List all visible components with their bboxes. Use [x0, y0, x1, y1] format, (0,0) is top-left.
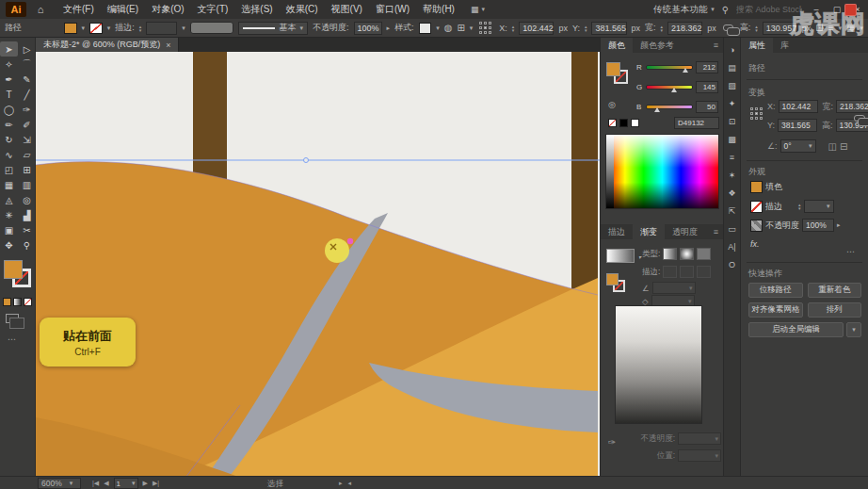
global-edit-button[interactable]: 启动全局编辑 [748, 322, 844, 337]
none-mode-button[interactable] [24, 298, 32, 306]
eyedropper-tool[interactable]: ◬ [0, 192, 18, 207]
pathfinder-panel-icon[interactable]: ▩ [728, 135, 736, 144]
chevron-down-icon[interactable]: ▾ [107, 24, 111, 32]
linear-gradient-button[interactable] [663, 248, 677, 260]
curvature-tool[interactable]: ✎ [18, 72, 36, 87]
fill-stroke-indicator[interactable] [2, 260, 34, 292]
direct-selection-tool[interactable]: ▷ [18, 41, 36, 57]
home-icon[interactable]: ⌂ [32, 4, 49, 15]
fill-swatch[interactable] [4, 260, 23, 279]
layers-panel-icon[interactable]: ❖ [728, 188, 735, 198]
lasso-tool[interactable]: ⌒ [18, 57, 36, 72]
previous-artboard-button[interactable]: ◀ [104, 480, 108, 487]
gradient-fill-stroke[interactable] [606, 273, 631, 298]
zoom-level-dropdown[interactable]: 600% ▾ [38, 478, 81, 489]
flip-vertical-icon[interactable]: ⊟ [840, 141, 847, 152]
menu-file[interactable]: 文件(F) [56, 0, 101, 19]
stroke-within-button[interactable] [663, 266, 677, 278]
y-field[interactable]: 381.565 [591, 22, 626, 35]
workspace-switcher[interactable]: 传统基本功能 ▾ [653, 4, 715, 16]
angle-field[interactable]: 0°▾ [780, 139, 816, 153]
fx-button[interactable]: fx. [750, 239, 760, 249]
opacity-field[interactable]: 100% [354, 22, 382, 35]
window-close-button[interactable]: × [851, 5, 864, 14]
align-pixel-grid-button[interactable]: 对齐像素网格 [748, 302, 803, 318]
transform-icon[interactable]: ⊡ [815, 23, 823, 33]
swatches-panel-icon[interactable]: ▤ [728, 63, 736, 73]
freeform-gradient-button[interactable] [697, 248, 711, 260]
width-tool[interactable]: ∿ [0, 147, 18, 162]
next-artboard-button[interactable]: ▶ [143, 480, 148, 487]
tab-color[interactable]: 颜色 [601, 38, 633, 53]
arrange-button[interactable]: 排列 [808, 302, 862, 318]
align-panel-icon[interactable]: ≡ [730, 153, 734, 162]
b-value-field[interactable]: 50 [696, 101, 718, 113]
color-panel-swatches[interactable] [606, 62, 635, 90]
stroke-weight-field[interactable] [146, 22, 177, 35]
gradient-opacity-field[interactable]: ▾ [678, 432, 721, 445]
perspective-grid-tool[interactable]: ⊞ [18, 162, 36, 177]
blend-tool[interactable]: ◎ [18, 192, 36, 207]
window-minimize-button[interactable]: – [810, 5, 823, 14]
shaper-tool[interactable]: ✐ [18, 117, 36, 132]
tab-color-guide[interactable]: 颜色参考 [633, 38, 682, 53]
rotate-tool[interactable]: ↻ [0, 132, 18, 147]
adobe-stock-search-label[interactable]: 搜索 Adobe Stock [736, 4, 802, 16]
opacity-panel-arrow[interactable]: ▸ [837, 221, 841, 229]
search-icon[interactable]: ⚲ [722, 5, 729, 15]
chevron-down-icon[interactable]: ▾ [182, 24, 185, 32]
gradient-preview[interactable] [615, 305, 702, 424]
column-graph-tool[interactable]: ▟ [18, 207, 36, 222]
gradient-tool[interactable]: ▥ [18, 177, 36, 192]
scale-tool[interactable]: ⇲ [18, 132, 36, 147]
pen-tool[interactable]: ✒ [0, 72, 18, 87]
grayscale-ramp[interactable] [606, 135, 614, 208]
shape-tool[interactable]: ◯ [0, 102, 18, 117]
brush-definition-dropdown[interactable] [190, 22, 234, 34]
transform-panel-icon[interactable]: ⊡ [729, 117, 736, 126]
color-panel-icon[interactable]: ◑ [730, 45, 734, 55]
recolor-artwork-icon[interactable]: ◍ [444, 23, 453, 33]
color-spectrum[interactable] [605, 134, 719, 209]
tab-gradient[interactable]: 渐变 [633, 224, 665, 239]
artboard-canvas[interactable]: 贴在前面 Ctrl+F [36, 52, 600, 476]
gradient-thumbnail[interactable]: ▾ [606, 249, 635, 263]
height-field[interactable]: 130.957 [763, 22, 797, 35]
tab-close-icon[interactable]: × [166, 41, 170, 50]
stroke-swatch[interactable] [750, 201, 763, 213]
gradient-mode-button[interactable] [13, 298, 22, 306]
pencil-tool[interactable]: ✏ [0, 117, 18, 132]
menu-edit[interactable]: 编辑(E) [101, 0, 145, 19]
y-field[interactable]: 381.565 [778, 119, 817, 132]
chevron-down-icon[interactable]: ▾ [436, 24, 440, 32]
white-swatch[interactable] [631, 119, 639, 127]
opacity-panel-arrow[interactable]: ▸ [387, 24, 391, 32]
panel-menu-icon[interactable]: ≡ [714, 41, 723, 50]
line-segment-tool[interactable]: ╱ [18, 87, 36, 102]
document-layout-dropdown[interactable]: ▦ ▾ [471, 5, 485, 14]
menu-view[interactable]: 视图(V) [325, 0, 369, 19]
brushes-panel-icon[interactable]: ▨ [728, 81, 736, 90]
stroke-color-swatch[interactable] [89, 23, 103, 34]
type-tool[interactable]: T [0, 87, 18, 102]
recolor-button[interactable]: 重新着色 [808, 283, 862, 298]
tab-libraries[interactable]: 库 [773, 38, 796, 53]
export-panel-icon[interactable]: ⇱ [729, 206, 736, 216]
align-dropdown-icon[interactable]: ≡ [828, 23, 834, 33]
tab-transparency[interactable]: 透明度 [665, 224, 705, 239]
g-value-field[interactable]: 145 [696, 81, 718, 93]
magic-panel-icon[interactable]: ✶ [729, 171, 736, 180]
constrain-proportions-icon[interactable] [854, 115, 865, 122]
reference-point-locator[interactable] [750, 107, 764, 121]
hex-value-field[interactable]: D49132 [674, 117, 719, 129]
opacity-icon[interactable] [750, 220, 763, 232]
opacity-field[interactable]: 100% [802, 219, 834, 232]
character-panel-icon[interactable]: A| [728, 242, 735, 252]
first-artboard-button[interactable]: |◀ [92, 480, 99, 487]
shape-builder-tool[interactable]: ◰ [0, 162, 18, 177]
paragraph-panel-icon[interactable]: O [729, 260, 735, 269]
magic-wand-tool[interactable]: ✧ [0, 57, 18, 72]
tab-stroke[interactable]: 描边 [601, 224, 633, 239]
fill-swatch[interactable] [606, 62, 620, 76]
width-field[interactable]: 218.362 [836, 100, 868, 113]
